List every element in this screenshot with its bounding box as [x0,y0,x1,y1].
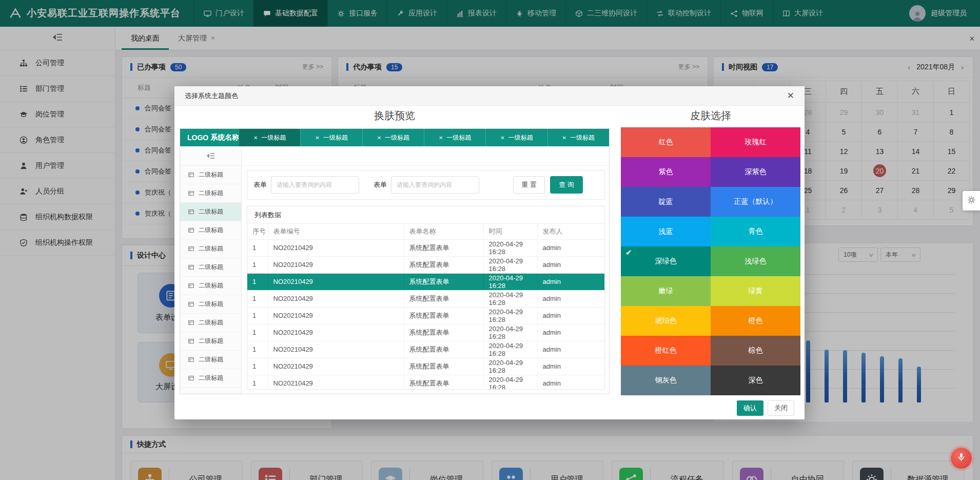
preview-menu-label: 二级标题 [199,170,223,179]
window-icon [188,356,194,363]
table-cell: NO20210429 [268,307,404,324]
tab-close-icon[interactable]: ✕ [315,135,319,141]
preview-menu-item[interactable]: 二级标题 [180,221,241,240]
table-column-header: 表单编号 [268,224,404,239]
preview-brand: LOGO 系统名称 [180,129,239,146]
skin-swatch-深绿色[interactable]: 深绿色✔ [621,246,711,276]
table-cell: NO20210429 [268,239,404,256]
skin-swatch-浅蓝[interactable]: 浅蓝 [621,217,711,246]
table-cell: 1 [247,324,268,341]
window-icon [188,301,194,308]
tab-close-icon[interactable]: ✕ [439,135,443,141]
skin-swatch-深紫色[interactable]: 深紫色 [711,157,800,187]
preview-tab[interactable]: ✕一级标题 [485,129,547,146]
skin-swatch-橙色[interactable]: 橙色 [711,306,800,336]
table-row[interactable]: 1NO20210429系统配置表单2020-04-29 16:28admin [247,256,605,273]
assistant-fab[interactable] [951,448,972,469]
table-row[interactable]: 1NO20210429系统配置表单2020-04-29 16:28admin [247,341,605,358]
close-button[interactable]: 关闭 [768,400,794,416]
table-row[interactable]: 1NO20210429系统配置表单2020-04-29 16:28admin [247,290,605,307]
reset-button[interactable]: 重 置 [513,176,545,194]
skin-swatch-紫色[interactable]: 紫色 [621,157,711,187]
preview-tab-label: 一级标题 [261,133,286,142]
preview-content: 表单 表单 重 置 查 询 列表数据 序号表单编号表单名称时间发布人 1NO20… [242,146,609,394]
table-row[interactable]: 1NO20210429系统配置表单2020-04-29 16:28admin [247,324,605,341]
preview-menu-label: 二级标题 [199,207,223,216]
skin-swatch-浅绿色[interactable]: 浅绿色 [711,246,800,276]
table-row[interactable]: 1NO20210429系统配置表单2020-04-29 16:28admin [247,273,605,290]
preview-menu-label: 二级标题 [199,281,223,290]
skin-swatch-青色[interactable]: 青色 [711,217,800,246]
table-cell: NO20210429 [268,341,404,358]
preview-menu-item[interactable]: 二级标题 [180,240,241,258]
table-cell: 系统配置表单 [404,273,483,290]
table-cell: 2020-04-29 16:28 [483,341,537,358]
tab-close-icon[interactable]: ✕ [253,135,258,141]
confirm-button[interactable]: 确认 [737,400,763,416]
skin-swatch-橙红色[interactable]: 橙红色 [621,336,711,366]
skins-heading: 皮肤选择 [621,109,800,123]
table-cell: NO20210429 [268,256,404,273]
window-icon [188,190,194,197]
skin-swatch-红色[interactable]: 红色 [621,127,711,157]
tab-close-icon[interactable]: ✕ [500,135,504,141]
skin-swatch-深色[interactable]: 深色 [711,366,800,395]
table-row[interactable]: 1NO20210429系统配置表单2020-04-29 16:28admin [247,358,605,375]
preview-menu-label: 二级标题 [199,189,223,198]
preview-menu-item[interactable]: 二级标题 [180,166,241,184]
skin-swatch-正蓝（默认）[interactable]: 正蓝（默认） [711,187,800,217]
table-cell: 2020-04-29 16:28 [483,358,537,375]
table-column-header: 时间 [483,224,537,239]
preview-menu-item[interactable]: 二级标题 [180,351,241,369]
skin-swatch-绿黄[interactable]: 绿黄 [711,276,800,306]
preview-menu-item[interactable]: 二级标题 [180,295,241,314]
skin-swatch-玫瑰红[interactable]: 玫瑰红 [711,127,800,157]
preview-menu-label: 二级标题 [199,244,223,253]
preview-menu-item[interactable]: 二级标题 [180,277,241,295]
preview-tab-label: 一级标题 [385,133,409,142]
preview-tab[interactable]: ✕一级标题 [239,129,300,146]
table-cell: admin [537,375,605,390]
skin-swatch-嫩绿[interactable]: 嫩绿 [621,276,711,306]
table-cell: 系统配置表单 [404,307,483,324]
preview-tab[interactable]: ✕一级标题 [362,129,424,146]
table-row[interactable]: 1NO20210429系统配置表单2020-04-29 16:28admin [247,307,605,324]
preview-tab[interactable]: ✕一级标题 [300,129,362,146]
table-cell: 1 [247,239,268,256]
preview-menu-item[interactable]: 二级标题 [180,369,241,388]
preview-collapse-button[interactable] [180,146,241,166]
skin-color-grid: 红色玫瑰红紫色深紫色靛蓝正蓝（默认）浅蓝青色深绿色✔浅绿色嫩绿绿黄琥珀色橙色橙红… [621,127,800,395]
preview-menu-item[interactable]: 二级标题 [180,184,241,203]
table-row[interactable]: 1NO20210429系统配置表单2020-04-29 16:28admin [247,239,605,256]
tab-close-icon[interactable]: ✕ [562,135,566,141]
dialog-header: 选择系统主题颜色 ✕ [174,86,805,106]
table-column-header: 序号 [247,224,268,239]
table-row[interactable]: 1NO20210429系统配置表单2020-04-29 16:28admin [247,375,605,390]
preview-toolbar [242,146,609,166]
skin-swatch-靛蓝[interactable]: 靛蓝 [621,187,711,217]
close-icon[interactable]: ✕ [787,91,794,100]
list-title: 列表数据 [247,206,604,224]
table-cell: admin [537,358,605,375]
preview-menu-item[interactable]: 二级标题 [180,314,241,332]
table-cell: 系统配置表单 [404,290,483,307]
preview-menu-item[interactable]: 二级标题 [180,258,241,277]
search-input-2[interactable] [391,176,479,194]
table-column-header: 表单名称 [404,224,483,239]
preview-tab[interactable]: ✕一级标题 [424,129,485,146]
search-input-1[interactable] [271,176,359,194]
window-icon [188,338,194,344]
preview-tab[interactable]: ✕一级标题 [547,129,609,146]
table-cell: admin [537,256,605,273]
skin-swatch-棕色[interactable]: 棕色 [711,336,800,366]
skin-swatch-琥珀色[interactable]: 琥珀色 [621,306,711,336]
tab-close-icon[interactable]: ✕ [377,135,381,141]
skin-swatch-钢灰色[interactable]: 钢灰色 [621,366,711,395]
preview-menu-item[interactable]: 二级标题 [180,203,241,221]
preview-menu-item[interactable]: 二级标题 [180,332,241,351]
theme-color-dialog: 选择系统主题颜色 ✕ 换肤预览 皮肤选择 LOGO 系统名称 ✕一级标题✕一级标… [174,86,805,419]
table-cell: 2020-04-29 16:28 [483,256,537,273]
settings-fab[interactable] [963,191,980,210]
preview-tab-label: 一级标题 [508,133,533,142]
search-button[interactable]: 查 询 [550,176,583,194]
